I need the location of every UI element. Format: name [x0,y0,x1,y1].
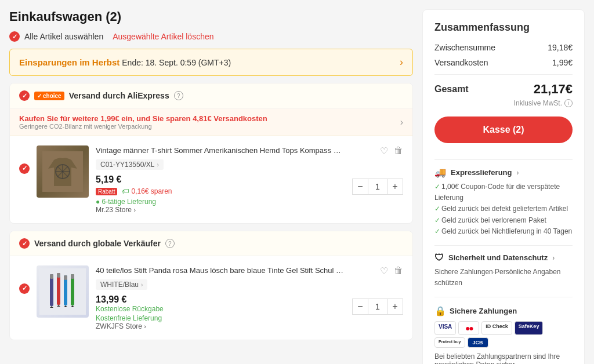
banner-detail: Ende: 18. Sept. 0:59 (GMT+3) [122,58,231,67]
shipping-header-2: Versand durch globale Verkäufer ? [10,231,412,256]
safekey-icon: SafeKey [515,321,544,335]
svg-rect-14 [64,275,67,280]
product-item-2: 40 teile/los Stift Panda rosa Maus lösch… [10,256,412,340]
truck-icon: 🚚 [434,167,446,178]
product2-qty-value: 1 [368,299,387,315]
product1-right-actions: ♡ 🗑 − 1 + [352,145,403,195]
rabatt-badge: Rabatt [96,188,117,195]
product1-qty-plus[interactable]: + [387,179,403,195]
shield-icon: 🛡 [434,253,444,263]
jcb-icon: JCB [468,337,488,348]
protectbuy-icon: Protect buy [434,337,465,348]
express-delivery-header[interactable]: 🚚 Expresslieferung › [434,167,573,178]
feature-divider-2 [434,245,573,246]
product2-icon-row: ♡ 🗑 [380,265,403,276]
product1-variant[interactable]: C01-YY13550/XL › [96,159,164,170]
product2-details: 40 teile/los Stift Panda rosa Maus lösch… [96,265,345,330]
product2-qty-minus[interactable]: − [352,299,368,315]
subtotal-value: 19,18€ [548,43,573,52]
svg-rect-10 [57,273,60,305]
info-icon-2[interactable]: ? [165,239,175,248]
product1-qty-minus[interactable]: − [352,179,368,195]
select-all-checkbox[interactable] [9,31,20,42]
mastercard-icon: ●● [458,321,479,335]
product2-name: 40 teile/los Stift Panda rosa Maus lösch… [96,265,345,276]
security-header[interactable]: 🛡 Sicherheit und Datenschutz › [434,253,573,263]
shipping-title-2: Versand durch globale Verkäufer [34,239,161,248]
savings-arrow-icon: › [400,117,403,128]
visa-icon: VISA [434,321,456,335]
payment-title: 🔒 Sichere Zahlungen [434,305,573,316]
total-row: Gesamt 21,17€ [434,82,573,97]
express-delivery-title: Expresslieferung [451,168,512,177]
express-delivery-text: ✓1,00€ Coupon-Code für die verspätete Li… [434,181,573,237]
shipping-row: Versandkosten 1,99€ [434,58,573,67]
security-title: Sicherheit und Datenschutz [448,253,548,262]
summary-title: Zusammenfassung [434,21,573,34]
banner-arrow-icon: › [400,56,403,68]
idcheck-icon: ID Check [481,321,512,335]
svg-rect-17 [71,274,74,279]
svg-rect-8 [50,274,53,279]
section2-checkbox[interactable] [19,238,30,249]
product1-name: Vintage männer T-shirt Sommer Amerikanis… [96,145,345,156]
product1-checkbox[interactable] [19,163,30,174]
product2-price: 13,99 € [96,294,345,305]
product2-wishlist-icon[interactable]: ♡ [380,265,388,276]
savings-text: Kaufen Sie für weitere 1,99€ ein, und Si… [19,114,267,123]
info-icon-1[interactable]: ? [174,91,183,100]
product2-checkbox[interactable] [19,283,30,294]
payment-section: 🔒 Sichere Zahlungen VISA ●● ID Check Saf… [434,305,573,364]
select-all-container: Alle Artikel auswählen [9,31,103,42]
mwst-info-icon[interactable]: i [564,99,573,107]
savings-bar[interactable]: Kaufen Sie für weitere 1,99€ ein, und Si… [10,108,412,136]
choice-badge: ✓ choice [34,92,64,100]
product2-image [37,265,89,318]
checkout-button[interactable]: Kasse (2) [434,117,573,143]
promo-banner[interactable]: Einsparungen im Herbst Ende: 18. Sept. 0… [9,49,413,76]
delete-selected-link[interactable]: Ausgewählte Artikel löschen [113,32,213,41]
svg-rect-11 [57,273,60,278]
savings-sub: Geringere CO2-Bilanz mit weniger Verpack… [19,123,267,130]
summary-panel: Zusammenfassung Zwischensumme 19,18€ Ver… [422,9,585,364]
total-label: Gesamt [434,84,469,94]
product1-wishlist-icon[interactable]: ♡ [380,145,388,156]
shipping-value: 1,99€ [552,58,573,67]
express-delivery-arrow: › [517,169,519,177]
summary-divider [434,74,573,75]
subtotal-label: Zwischensumme [434,43,495,52]
svg-rect-6 [39,268,86,315]
banner-bold: Einsparungen im Herbst [19,57,119,67]
product1-quantity-control: − 1 + [352,179,403,195]
product2-free-delivery: Kostenfreie Lieferung [96,314,345,322]
product2-quantity-control: − 1 + [352,299,403,315]
product2-variant[interactable]: WHITE/Blau › [96,279,147,290]
product1-delete-icon[interactable]: 🗑 [394,145,403,156]
shipping-header-1: ✓ choice Versand durch AliExpress ? [10,83,412,108]
security-desc: Sichere Zahlungen·Persönliche Angaben sc… [434,267,573,289]
product1-icon-row: ♡ 🗑 [380,145,403,156]
header-actions: Alle Artikel auswählen Ausgewählte Artik… [9,31,413,42]
shipping-section-aliexpress: ✓ choice Versand durch AliExpress ? Kauf… [9,83,413,224]
product-item-1: Vintage männer T-shirt Sommer Amerikanis… [10,136,412,223]
product2-store[interactable]: ZWKJFS Store › [96,322,345,330]
product1-store[interactable]: Mr.23 Store › [96,206,345,214]
feature-divider-1 [434,159,573,160]
svg-rect-16 [71,274,74,305]
product1-delivery: ● 6-tätige Lieferung [96,198,345,206]
incl-mwst: Inklusive MwSt. i [434,99,573,107]
payment-icons-row: VISA ●● ID Check SafeKey Protect buy JCB [434,321,573,348]
product2-right-actions: ♡ 🗑 − 1 + [352,265,403,315]
total-value: 21,17€ [534,82,573,97]
section1-checkbox[interactable] [19,90,30,101]
express-delivery-section: 🚚 Expresslieferung › ✓1,00€ Coupon-Code … [434,167,573,237]
product1-details: Vintage männer T-shirt Sommer Amerikanis… [96,145,345,214]
product2-qty-plus[interactable]: + [387,299,403,315]
svg-rect-7 [50,274,53,306]
product2-free-return: Kostenlose Rückgabe [96,305,345,313]
lock-icon: 🔒 [434,305,446,316]
product2-delete-icon[interactable]: 🗑 [394,265,403,276]
shipping-section-global: Versand durch globale Verkäufer ? [9,231,413,340]
page-title: Einkaufswagen (2) [9,9,413,24]
payment-desc: Bei beliebten Zahlungspartnern sind Ihre… [434,352,573,364]
